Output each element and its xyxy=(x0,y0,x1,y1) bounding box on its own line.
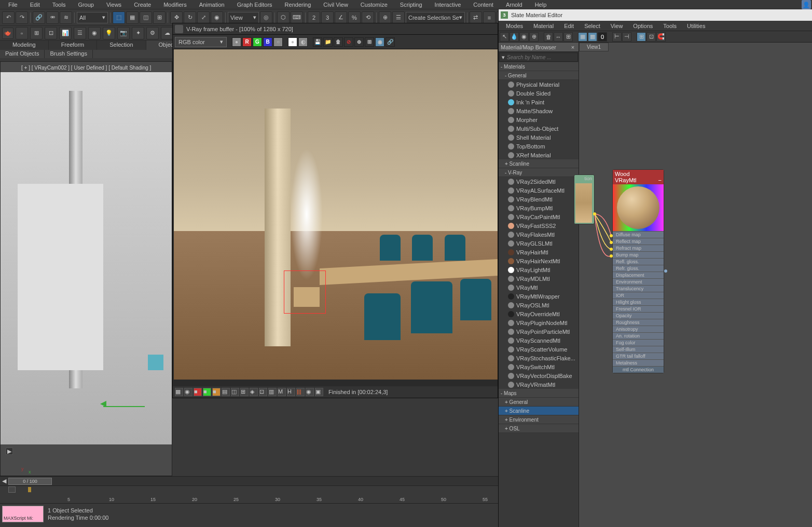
vfb-status-icon-6[interactable]: ▤ xyxy=(222,388,230,396)
scale-button[interactable]: ⤢ xyxy=(197,11,210,24)
use-pivot-button[interactable]: ◎ xyxy=(260,11,272,24)
move-button[interactable]: ✥ xyxy=(170,11,183,24)
slate-delete-button[interactable]: 🗑 xyxy=(544,32,553,42)
menu-arnold[interactable]: Arnold xyxy=(500,1,529,9)
reference-coord-dropdown[interactable]: View▾ xyxy=(228,12,259,23)
keyboard-shortcut-button[interactable]: ⌨ xyxy=(291,11,303,24)
mat-vrayvectordispl[interactable]: VRayVectorDisplBake xyxy=(499,371,579,380)
vfb-status-icon-1[interactable]: ▦ xyxy=(175,388,183,396)
slate-move-button[interactable]: ↔ xyxy=(554,32,563,42)
link-button[interactable]: 🔗 xyxy=(33,11,45,24)
ribbon-selection[interactable]: Selection xyxy=(97,40,146,50)
menu-tools[interactable]: Tools xyxy=(46,1,72,9)
slate-eyedropper-button[interactable]: 💧 xyxy=(510,32,519,42)
mat-vrayhairnext[interactable]: VRayHairNextMtl xyxy=(499,256,579,265)
cloud-button[interactable]: ☁ xyxy=(161,27,173,39)
mat-vraymdl[interactable]: VRayMDLMtl xyxy=(499,274,579,283)
user-account-icon[interactable]: 👤 xyxy=(802,0,811,9)
render-region-marker[interactable] xyxy=(284,271,326,314)
vfb-status-icon-4[interactable]: ■ xyxy=(203,388,211,396)
mat-double-sided[interactable]: Double Sided xyxy=(499,89,579,98)
save-image-button[interactable]: 💾 xyxy=(313,37,322,47)
menu-civil-view[interactable]: Civil View xyxy=(317,1,354,9)
slate-lay-button[interactable]: ⊣ xyxy=(622,32,631,42)
vfb-status-icon-11[interactable]: ▥ xyxy=(268,388,277,396)
slate-put-button[interactable]: ⊕ xyxy=(529,32,539,42)
material-editor-button[interactable]: ◉ xyxy=(88,27,101,39)
node-editor-view[interactable]: View1 tion Wood VRayMtl − Diffuse map Re… xyxy=(579,43,812,527)
light-button[interactable]: 💡 xyxy=(103,27,115,39)
time-slider-handle[interactable]: 0 / 100 xyxy=(8,478,52,485)
manipulate-button[interactable]: ⬡ xyxy=(277,11,290,24)
mat-vraypointparticle[interactable]: VRayPointParticleMtl xyxy=(499,327,579,336)
texture-node-partial[interactable]: tion xyxy=(574,174,595,224)
slate-grid-button[interactable]: ⊞ xyxy=(637,32,646,42)
bind-button[interactable]: ≋ xyxy=(60,11,72,24)
slate-magnet-button[interactable]: 🧲 xyxy=(656,32,666,42)
select-region-button[interactable]: ◫ xyxy=(140,11,152,24)
slot-refl-gloss[interactable]: Refl. gloss. xyxy=(613,258,664,265)
vfb-status-icon-2[interactable]: ◉ xyxy=(184,388,192,396)
render-last-button[interactable]: ▫ xyxy=(16,27,28,39)
menu-modifiers[interactable]: Modifiers xyxy=(157,1,193,9)
vfb-status-icon-8[interactable]: ⊞ xyxy=(240,388,249,396)
slot-ior[interactable]: IOR xyxy=(613,292,664,299)
green-channel-button[interactable]: G xyxy=(253,37,262,47)
vfb-channel-dropdown[interactable]: RGB color▾ xyxy=(175,37,227,47)
stop-render-button[interactable]: ⊘ xyxy=(344,37,353,47)
align-button[interactable]: ≡ xyxy=(483,11,496,24)
vfb-status-icon-15[interactable]: ◉ xyxy=(306,388,314,396)
slot-refr-gloss[interactable]: Refr. gloss. xyxy=(613,265,664,272)
menu-help[interactable]: Help xyxy=(529,1,553,9)
track-mouse-button[interactable]: ⊞ xyxy=(365,37,374,47)
vfb-status-icon-12[interactable]: M xyxy=(278,388,286,396)
mat-vrayvrmat[interactable]: VRayVRmatMtl xyxy=(499,380,579,389)
group-general[interactable]: - General xyxy=(499,71,579,80)
menu-content[interactable]: Content xyxy=(467,1,500,9)
slot-environment[interactable]: Environment xyxy=(613,278,664,285)
slate-menu-options[interactable]: Options xyxy=(628,22,658,30)
mat-vray2sided[interactable]: VRay2SidedMtl xyxy=(499,177,579,186)
mat-ink-n-paint[interactable]: Ink 'n Paint xyxy=(499,98,579,106)
vfb-status-icon-10[interactable]: ⊡ xyxy=(259,388,267,396)
mat-vraymtl[interactable]: VRayMtl xyxy=(499,283,579,292)
blue-channel-button[interactable]: B xyxy=(263,37,272,47)
vfb-status-icon-14[interactable]: ||| xyxy=(296,388,305,396)
slot-metalness[interactable]: Metalness xyxy=(613,359,664,366)
group-osl[interactable]: + OSL xyxy=(499,424,579,433)
vfb-status-icon-16[interactable]: ▣ xyxy=(315,388,323,396)
browser-search-input[interactable] xyxy=(507,55,575,60)
snap-2d-button[interactable]: 2 xyxy=(308,11,320,24)
slot-reflect[interactable]: Reflect map xyxy=(613,238,664,245)
menu-create[interactable]: Create xyxy=(128,1,157,9)
vfb-titlebar[interactable]: V-Ray frame buffer - [100% of 1280 x 720… xyxy=(173,23,498,35)
camera-button[interactable]: 📷 xyxy=(117,27,130,39)
slate-pick-button[interactable]: ↖ xyxy=(500,32,509,42)
menu-graph-editors[interactable]: Graph Editors xyxy=(231,1,279,9)
view-tab[interactable]: View1 xyxy=(579,43,609,51)
slot-refract[interactable]: Refract map xyxy=(613,245,664,251)
slate-show-bg-button[interactable]: ▩ xyxy=(588,32,597,42)
viewport-label[interactable]: [ + ] [ VRayCam002 ] [ User Defined ] [ … xyxy=(21,65,151,71)
group-environment[interactable]: + Environment xyxy=(499,415,579,424)
mat-vrayhair[interactable]: VRayHairMtl xyxy=(499,248,579,256)
region-render-button[interactable]: ◉ xyxy=(375,37,384,47)
ribbon-modeling[interactable]: Modeling xyxy=(0,40,49,50)
slate-select-children-button[interactable]: ⊡ xyxy=(646,32,656,42)
slot-bump[interactable]: Bump map xyxy=(613,251,664,258)
slot-gtr[interactable]: GTR tail falloff xyxy=(613,353,664,359)
alpha-channel-button[interactable]: ○ xyxy=(273,37,283,47)
group-scanline[interactable]: + Scanline xyxy=(499,159,579,168)
slot-displacement[interactable]: Displacement xyxy=(613,272,664,278)
mat-vrayoverride[interactable]: VRayOverrideMtl xyxy=(499,309,579,318)
slate-titlebar[interactable]: 3 Slate Material Editor xyxy=(499,9,812,21)
working-pivot-button[interactable]: ⊕ xyxy=(379,11,391,24)
mat-physical-material[interactable]: Physical Material xyxy=(499,80,579,89)
redo-button[interactable]: ↷ xyxy=(16,11,28,24)
load-image-button[interactable]: 📁 xyxy=(323,37,333,47)
mat-morpher[interactable]: Morpher xyxy=(499,115,579,124)
mat-matte-shadow[interactable]: Matte/Shadow xyxy=(499,106,579,115)
unlink-button[interactable]: ⚮ xyxy=(46,11,59,24)
menu-animation[interactable]: Animation xyxy=(193,1,231,9)
slot-fog[interactable]: Fog color xyxy=(613,339,664,346)
